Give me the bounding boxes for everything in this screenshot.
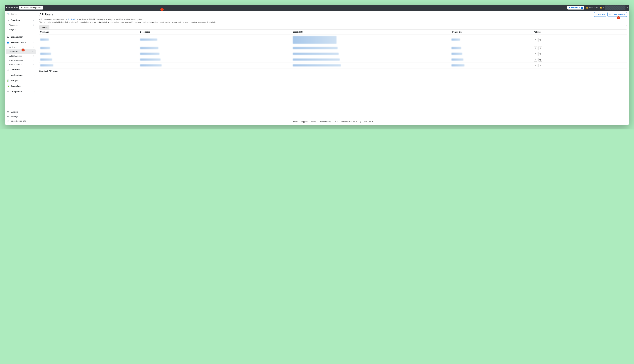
edit-button[interactable]: ✎ <box>534 46 538 50</box>
cloud-icon: ☁ <box>7 68 9 71</box>
sidebar-nav: ★ Favorites ⌄ Workspaces ☆ Projects ☆ 🖵 … <box>5 18 37 109</box>
sidebar-search-input[interactable]: 🔍 Search <box>6 12 36 16</box>
api-users-table: Username Description Created By Created … <box>39 30 627 68</box>
mail-icon: ✉ <box>7 111 9 113</box>
edit-button[interactable]: ✎ <box>534 38 538 42</box>
sidebar-platforms[interactable]: ☁ Platforms › <box>5 67 37 72</box>
chevron-down-icon: ▾ <box>40 7 41 8</box>
chevron-right-icon: › <box>34 74 34 76</box>
sidebar-footer: ✉ Support ⚙ Settings 📄 Open Source Info <box>5 109 37 125</box>
footer-terms[interactable]: Terms <box>311 121 316 123</box>
star-outline-icon: ☆ <box>33 24 34 26</box>
star-outline-icon: ☆ <box>33 55 34 57</box>
chevron-right-icon: › <box>34 36 34 38</box>
sidebar-item-partner-groups[interactable]: Partner Groups ☆ <box>5 58 37 62</box>
delete-button[interactable]: 🗑 <box>538 64 542 67</box>
sidebar-open-source-info[interactable]: 📄 Open Source Info <box>5 119 37 123</box>
feedback-button[interactable]: 👍 Feedback ▾ <box>586 6 598 9</box>
sidebar-marketplace[interactable]: ✧ Marketplace › <box>5 72 37 78</box>
trash-icon: 🗑 <box>539 39 541 41</box>
sidebar-compliance[interactable]: 🛡 Compliance › <box>5 89 37 94</box>
chevron-right-icon: › <box>34 68 34 71</box>
edit-button[interactable]: ✎ <box>534 58 538 62</box>
chevron-down-icon: ▾ <box>627 7 628 8</box>
sidebar-item-api-users[interactable]: API Users ☆ 2 <box>6 50 36 54</box>
sidebar-item-all-users[interactable]: All Users ☆ <box>5 45 37 50</box>
notifications-button[interactable]: 🔔 ▾ <box>600 6 604 9</box>
create-api-user-button[interactable]: ＋ Create API User <box>608 12 627 17</box>
table-row: ✎🗑 <box>39 63 627 68</box>
pencil-icon: ✎ <box>535 47 536 49</box>
annotation-1: 1 <box>160 8 163 11</box>
delete-button[interactable]: 🗑 <box>538 58 542 62</box>
sidebar-item-global-groups[interactable]: Global Groups ☆ <box>5 62 37 67</box>
table-row: ✎🗑 <box>39 57 627 63</box>
leaf-icon: 🍃 <box>7 85 9 87</box>
document-icon: 📄 <box>7 120 9 122</box>
star-outline-icon: ☆ <box>33 64 34 66</box>
admin-area-button[interactable]: ADMIN AREA ↗ <box>568 6 584 10</box>
showing-count: Showing 5 API Users <box>37 68 629 74</box>
footer-docs[interactable]: Docs <box>293 121 298 123</box>
filter-bar: Search <box>39 25 627 30</box>
public-api-link[interactable]: Public API <box>68 18 76 20</box>
app-frame: meshcloud 🏛 Select Workspace ▾ ADMIN ARE… <box>5 5 629 125</box>
select-workspace-button[interactable]: 🏛 Select Workspace ▾ <box>19 6 43 10</box>
github-icon: ◯ <box>360 121 362 123</box>
table-row: ✎🗑 <box>39 51 627 57</box>
trash-icon: 🗑 <box>539 64 541 66</box>
col-description: Description <box>139 30 292 34</box>
chevron-right-icon: › <box>34 80 34 82</box>
sidebar-organization[interactable]: 🖵 Organization › <box>5 34 37 40</box>
star-outline-icon: ☆ <box>33 46 34 48</box>
shield-icon: 🛡 <box>7 90 9 93</box>
footer-support[interactable]: Support <box>301 121 308 123</box>
delete-button[interactable]: 🗑 <box>538 38 542 42</box>
brand-logo: meshcloud <box>6 6 18 9</box>
sparkle-icon: ✧ <box>7 74 9 76</box>
chevron-down-icon: ▾ <box>598 7 598 8</box>
col-actions: Actions <box>533 30 627 34</box>
pencil-icon: ✎ <box>535 59 536 61</box>
trash-icon: 🗑 <box>539 59 541 61</box>
footer-collie-cli[interactable]: ◯ Collie CLI ↗ <box>360 121 373 123</box>
search-icon: 🔍 <box>7 13 10 15</box>
sidebar-support[interactable]: ✉ Support <box>5 110 37 114</box>
sidebar-favorites[interactable]: ★ Favorites ⌄ <box>5 18 37 23</box>
chart-icon: 📊 <box>7 80 9 82</box>
chevron-right-icon: › <box>34 90 34 93</box>
page-title: API Users <box>39 13 53 16</box>
star-icon: ★ <box>7 19 9 21</box>
search-tab[interactable]: Search <box>40 26 50 30</box>
edit-button[interactable]: ✎ <box>534 64 538 67</box>
refresh-button[interactable]: ⟳ Refresh <box>594 12 606 17</box>
footer-version: Version: 2023.16.0 <box>341 121 356 123</box>
plus-icon: ＋ <box>609 13 611 16</box>
sidebar-item-admin-access[interactable]: Admin Access ☆ <box>5 54 37 58</box>
table-row: ✎🗑 <box>39 46 627 51</box>
external-link-icon: ↗ <box>371 121 373 123</box>
sidebar-finops[interactable]: 📊 FinOps › <box>5 78 37 83</box>
chevron-down-icon: ⌄ <box>33 19 34 21</box>
sidebar-settings[interactable]: ⚙ Settings <box>5 114 37 119</box>
delete-button[interactable]: 🗑 <box>538 52 542 56</box>
sidebar-item-projects[interactable]: Projects ☆ <box>5 27 37 32</box>
sidebar-greenops[interactable]: 🍃 GreenOps › <box>5 83 37 89</box>
edit-button[interactable]: ✎ <box>534 52 538 56</box>
star-outline-icon: ☆ <box>32 50 34 53</box>
chevron-down-icon: ⌄ <box>33 41 34 44</box>
footer-privacy[interactable]: Privacy Policy <box>320 121 331 123</box>
main-content: API Users ⟳ Refresh ＋ Create API User 3 … <box>37 10 629 125</box>
gear-icon: ⚙ <box>7 115 9 118</box>
external-icon: ↗ <box>581 7 583 9</box>
screen-icon: 🖵 <box>7 36 9 38</box>
thumbs-up-icon: 👍 <box>586 6 588 9</box>
col-username: Username <box>39 30 139 34</box>
footer-api[interactable]: API <box>335 121 338 123</box>
trash-icon: 🗑 <box>539 53 541 55</box>
delete-button[interactable]: 🗑 <box>538 46 542 50</box>
sidebar-item-workspaces[interactable]: Workspaces ☆ <box>5 23 37 27</box>
user-menu[interactable] <box>605 6 626 10</box>
sidebar-access-control[interactable]: 👥 Access Control ⌄ <box>5 40 37 45</box>
chevron-right-icon: › <box>34 85 34 87</box>
